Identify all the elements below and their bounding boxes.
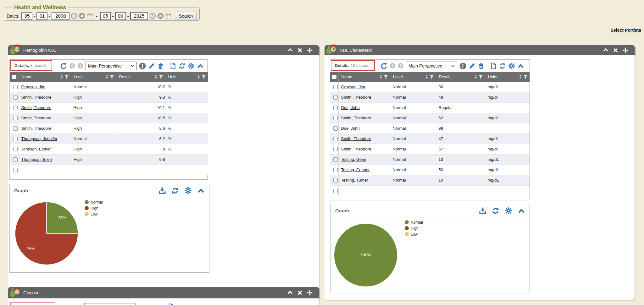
from-clear-icon[interactable]	[79, 13, 85, 19]
info-icon[interactable]	[139, 63, 146, 69]
row-checkbox[interactable]	[333, 106, 338, 110]
filter-funnel-icon[interactable]	[384, 75, 388, 79]
patient-name-link[interactable]: Testing, Conner	[341, 167, 370, 172]
from-day-input[interactable]	[36, 12, 47, 20]
row-checkbox[interactable]	[13, 157, 18, 162]
new-record-icon[interactable]	[168, 303, 175, 305]
patient-name-link[interactable]: Testing, Gene	[341, 157, 366, 162]
prev-page-icon[interactable]	[69, 63, 75, 69]
next-page-icon[interactable]	[398, 63, 404, 69]
sort-icon[interactable]	[60, 75, 63, 79]
filter-funnel-icon[interactable]	[430, 75, 434, 79]
row-checkbox[interactable]	[13, 95, 18, 100]
filter-funnel-icon[interactable]	[523, 75, 528, 79]
filter-funnel-icon[interactable]	[159, 75, 163, 79]
move-portlet-icon[interactable]	[623, 47, 628, 53]
patient-name-link[interactable]: Smith, Theodore	[341, 95, 371, 100]
close-portlet-icon[interactable]	[613, 47, 618, 53]
patient-name-link[interactable]: Doe, John	[341, 105, 360, 110]
collapse-section-icon[interactable]	[197, 63, 204, 69]
select-portlets-link[interactable]: Select Portlets	[611, 28, 641, 33]
patient-name-link[interactable]: Testing, Turner	[341, 178, 368, 182]
new-record-icon[interactable]	[169, 63, 176, 69]
patient-name-link[interactable]: Smith, Theodore	[21, 116, 52, 120]
select-all-header[interactable]	[10, 72, 19, 82]
perspective-select[interactable]: Main Perspective	[86, 62, 137, 70]
patient-name-link[interactable]: Smith, Theodore	[341, 147, 371, 151]
sort-icon[interactable]	[519, 75, 522, 79]
to-day-input[interactable]	[115, 12, 126, 20]
column-header-name[interactable]: Name	[338, 72, 390, 82]
search-button[interactable]: Search	[175, 12, 197, 20]
sort-icon[interactable]	[197, 75, 200, 79]
column-header-level[interactable]: Level	[71, 72, 116, 82]
patient-name-link[interactable]: Grayson, Jim	[341, 84, 365, 89]
refresh-icon[interactable]	[179, 63, 186, 69]
filter-funnel-icon[interactable]	[202, 75, 206, 79]
row-checkbox[interactable]	[333, 137, 338, 141]
row-checkbox[interactable]	[333, 168, 338, 172]
row-checkbox[interactable]	[13, 137, 18, 141]
info-icon[interactable]	[459, 63, 466, 69]
next-page-icon[interactable]	[77, 63, 83, 69]
undo-icon[interactable]	[60, 63, 67, 69]
refresh-icon[interactable]	[171, 187, 179, 194]
row-checkbox[interactable]	[333, 147, 338, 151]
move-portlet-icon[interactable]	[307, 290, 313, 296]
new-record-icon[interactable]	[490, 63, 497, 69]
patient-name-link[interactable]: Grayson, Jim	[21, 84, 46, 89]
to-year-input[interactable]	[130, 12, 148, 20]
from-calendar-icon[interactable]	[86, 13, 93, 19]
row-checkbox[interactable]	[13, 106, 18, 110]
patient-name-link[interactable]: Doe, John	[341, 126, 360, 131]
patient-name-link[interactable]: Smith, Theodore	[341, 116, 371, 120]
prev-page-icon[interactable]	[390, 63, 396, 69]
refresh-icon[interactable]	[492, 207, 499, 215]
sort-icon[interactable]	[106, 75, 108, 79]
patient-name-link[interactable]: Thompson, Jennifer	[21, 136, 58, 141]
collapse-section-icon[interactable]	[197, 187, 205, 194]
undo-icon[interactable]	[380, 63, 387, 69]
perspective-select[interactable]: Main Perspective	[84, 303, 136, 305]
from-time-icon[interactable]	[71, 13, 77, 19]
row-checkbox[interactable]	[333, 85, 338, 89]
row-checkbox[interactable]	[13, 116, 18, 120]
to-calendar-icon[interactable]	[165, 13, 172, 19]
collapse-portlet-icon[interactable]	[287, 47, 293, 52]
select-all-checkbox[interactable]	[12, 75, 16, 79]
column-header-result[interactable]: Result	[116, 72, 165, 82]
sort-icon[interactable]	[380, 75, 382, 79]
filter-funnel-icon[interactable]	[64, 75, 69, 79]
patient-name-link[interactable]: Smith, Theodore	[341, 136, 371, 141]
patient-name-link[interactable]: Thompson, Ellen	[21, 157, 52, 162]
patient-name-link[interactable]: Johnson, Esther	[21, 147, 51, 151]
column-header-level[interactable]: Level	[390, 72, 436, 82]
sort-icon[interactable]	[475, 75, 477, 79]
column-header-result[interactable]: Result	[436, 72, 485, 82]
from-month-input[interactable]	[21, 12, 32, 20]
perspective-select[interactable]: Main Perspective	[406, 62, 457, 70]
edit-icon[interactable]	[469, 63, 475, 69]
close-portlet-icon[interactable]	[297, 290, 303, 296]
move-portlet-icon[interactable]	[307, 47, 313, 53]
row-checkbox[interactable]	[13, 126, 18, 131]
row-checkbox[interactable]	[333, 178, 338, 182]
refresh-icon[interactable]	[499, 63, 506, 69]
delete-icon[interactable]	[478, 63, 485, 69]
column-header-units[interactable]: Units	[485, 72, 530, 82]
download-icon[interactable]	[479, 207, 486, 215]
settings-gear-icon[interactable]	[184, 187, 192, 194]
settings-gear-icon[interactable]	[188, 63, 195, 69]
from-year-input[interactable]	[52, 12, 69, 20]
row-checkbox[interactable]	[333, 157, 338, 162]
patient-name-link[interactable]: Smith, Theodore	[21, 95, 52, 100]
collapse-section-icon[interactable]	[517, 63, 524, 69]
row-checkbox[interactable]	[333, 95, 338, 100]
patient-name-link[interactable]: Smith, Theodore	[21, 105, 52, 110]
row-checkbox[interactable]	[13, 168, 18, 172]
column-header-units[interactable]: Units	[165, 72, 208, 82]
collapse-portlet-icon[interactable]	[287, 290, 293, 295]
row-checkbox[interactable]	[13, 147, 18, 151]
close-portlet-icon[interactable]	[297, 47, 303, 53]
row-checkbox[interactable]	[333, 189, 338, 193]
